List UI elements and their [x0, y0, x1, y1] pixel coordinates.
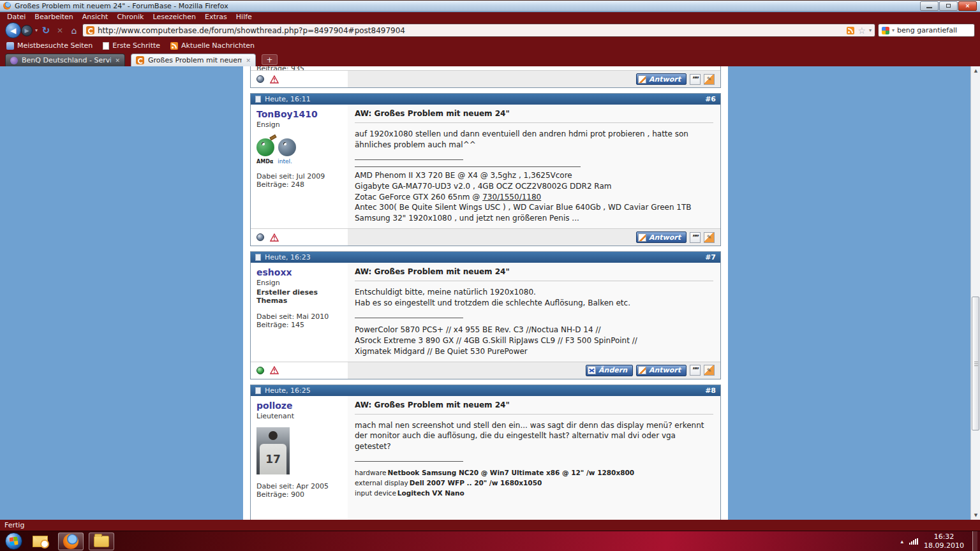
- user-rank: Ensign: [256, 279, 342, 287]
- scroll-down-icon[interactable]: ▼: [971, 511, 980, 520]
- close-icon: ×: [965, 3, 970, 9]
- post-timestamp: Heute, 16:25: [265, 386, 311, 395]
- antwort-button[interactable]: Antwort: [636, 231, 687, 243]
- offline-status-icon: [256, 233, 264, 241]
- window-titlebar[interactable]: Großes Problem mit neuem 24" - ForumBase…: [0, 0, 980, 11]
- signature-rule: [355, 166, 581, 167]
- hidden-icons-button[interactable]: ▴: [900, 538, 903, 545]
- aendern-button[interactable]: Ändern: [586, 365, 633, 376]
- multiquote-button[interactable]: ✎: [704, 232, 715, 243]
- tab-close-icon[interactable]: ✕: [246, 57, 251, 64]
- rss-icon[interactable]: [847, 27, 854, 34]
- post-number-link[interactable]: #7: [705, 253, 716, 261]
- username-link[interactable]: TonBoy1410: [256, 109, 342, 119]
- offline-status-icon: [256, 75, 264, 83]
- tab-benq[interactable]: BenQ Deutschland - Service und Su... ✕: [5, 54, 125, 66]
- quote-button[interactable]: ””: [690, 365, 701, 376]
- restore-icon: [946, 4, 951, 8]
- menu-ansicht[interactable]: Ansicht: [78, 13, 113, 21]
- menu-extras[interactable]: Extras: [200, 13, 232, 21]
- signature-separator: [355, 461, 463, 462]
- online-status-icon: [256, 367, 264, 374]
- search-engine-dropdown-icon[interactable]: ▾: [892, 27, 895, 33]
- restore-button[interactable]: [939, 1, 958, 11]
- post-body-text: mach mal nen screenshot und stell den ei…: [355, 420, 713, 452]
- forum-post-7: Heute, 16:23 #7 eshoxx Ensign Ersteller …: [250, 251, 721, 379]
- menu-bearbeiten[interactable]: Bearbeiten: [30, 13, 77, 21]
- post-body-text: Hab es so eingestellt und trotzdem die s…: [355, 298, 713, 309]
- tab-forum-thread[interactable]: Großes Problem mit neuem 24" -... ✕: [131, 54, 256, 66]
- reload-button[interactable]: ↻: [40, 25, 52, 36]
- close-button[interactable]: ×: [958, 1, 977, 11]
- multiquote-button[interactable]: ✎: [704, 74, 715, 85]
- quote-button[interactable]: ””: [690, 232, 701, 243]
- username-link[interactable]: eshoxx: [256, 267, 342, 277]
- bookmark-erste-schritte[interactable]: Erste Schritte: [103, 41, 160, 50]
- multiquote-button[interactable]: ✎: [704, 365, 715, 376]
- taskbar-firefox[interactable]: [58, 533, 84, 550]
- start-button[interactable]: [5, 533, 22, 550]
- menu-lesezeichen[interactable]: Lesezeichen: [148, 13, 200, 21]
- user-rank: Ensign: [256, 121, 342, 129]
- bookmark-aktuelle-nachrichten[interactable]: Aktuelle Nachrichten: [170, 41, 255, 50]
- google-icon[interactable]: [882, 27, 889, 34]
- menu-datei[interactable]: Datei: [3, 13, 30, 21]
- post-body-text: Entschuldigt bitte, meine natürlich 1920…: [355, 287, 713, 298]
- network-signal-icon[interactable]: [909, 538, 918, 545]
- jersey-number: 17: [260, 444, 286, 474]
- report-post-icon[interactable]: !: [270, 233, 279, 242]
- new-tab-button[interactable]: +: [262, 54, 278, 65]
- search-input[interactable]: [897, 26, 980, 34]
- post-title: AW: Großes Problem mit neuem 24": [355, 400, 713, 415]
- signature-separator: [355, 159, 463, 160]
- most-visited-icon: [6, 42, 14, 50]
- back-button[interactable]: ◀: [5, 22, 21, 38]
- report-post-icon[interactable]: !: [270, 75, 279, 84]
- home-button[interactable]: ⌂: [68, 26, 80, 36]
- post-number-link[interactable]: #8: [705, 386, 716, 395]
- bookmark-meistbesuchte[interactable]: Meistbesuchte Seiten: [6, 41, 93, 50]
- search-bar[interactable]: ▾: [878, 24, 975, 37]
- report-post-icon[interactable]: !: [270, 366, 279, 374]
- post-title: AW: Großes Problem mit neuem 24": [355, 267, 713, 281]
- taskbar-outlook[interactable]: [27, 533, 53, 550]
- quote-button[interactable]: ””: [690, 74, 701, 85]
- user-avatar[interactable]: 17: [256, 427, 290, 474]
- scroll-up-icon[interactable]: ▲: [971, 66, 980, 75]
- location-bar[interactable]: ☆ ▾: [82, 24, 875, 37]
- antwort-button[interactable]: Antwort: [636, 365, 687, 376]
- url-input[interactable]: [98, 26, 843, 35]
- antwort-button[interactable]: Antwort: [636, 73, 687, 85]
- tab-close-icon[interactable]: ✕: [115, 57, 120, 64]
- firefox-icon: [63, 534, 78, 549]
- user-avatar[interactable]: AMDα intel.: [256, 135, 304, 165]
- navigation-toolbar: ◀ ▶ ▾ ↻ ✕ ⌂ ☆ ▾ ▾: [0, 22, 980, 39]
- post-timestamp: Heute, 16:11: [265, 95, 311, 103]
- stop-button[interactable]: ✕: [54, 26, 66, 35]
- menu-chronik[interactable]: Chronik: [112, 13, 148, 21]
- show-desktop-button[interactable]: [972, 531, 977, 551]
- join-date: Dabei seit: Jul 2009: [256, 172, 342, 180]
- user-info-panel: eshoxx Ensign Ersteller dieses Themas Da…: [251, 263, 348, 361]
- scrollbar-thumb[interactable]: [972, 297, 979, 430]
- taskbar-clock[interactable]: 16:32 18.09.2010: [924, 533, 964, 550]
- minimize-button[interactable]: [920, 1, 939, 11]
- taskbar-explorer[interactable]: [89, 533, 114, 550]
- overclock-link[interactable]: 730/1550/1180: [482, 193, 541, 202]
- username-link[interactable]: polloze: [256, 400, 342, 411]
- signature: hardwareNetbook Samsung NC20 @ Win7 Ulti…: [355, 461, 713, 498]
- site-favicon: [86, 26, 94, 34]
- post-number-link[interactable]: #6: [705, 95, 716, 103]
- post-status-icon: [255, 96, 261, 103]
- clock-time: 16:32: [924, 533, 964, 541]
- amd-pacman-icon: [256, 138, 274, 156]
- urlbar-dropdown-icon[interactable]: ▾: [869, 27, 872, 33]
- bookmark-star-icon[interactable]: ☆: [858, 26, 866, 35]
- forward-button[interactable]: ▶: [21, 25, 33, 36]
- computerbase-favicon: [136, 56, 144, 64]
- history-dropdown[interactable]: ▾: [35, 27, 38, 33]
- forum-post-6: Heute, 16:11 #6 TonBoy1410 Ensign: [250, 93, 721, 246]
- page-scrollbar[interactable]: ▲ ▼: [970, 66, 980, 520]
- menu-hilfe[interactable]: Hilfe: [232, 13, 256, 21]
- tab-bar: BenQ Deutschland - Service und Su... ✕ G…: [0, 52, 980, 66]
